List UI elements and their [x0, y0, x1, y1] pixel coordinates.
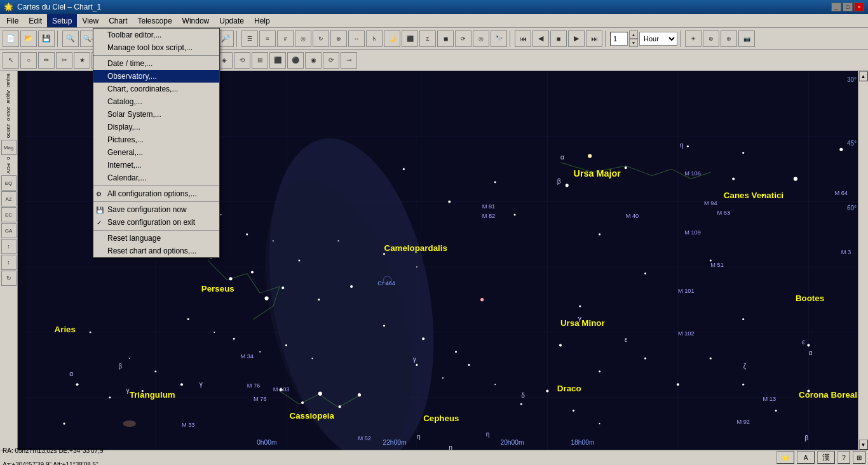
left-sidebar: Equat Appar 2019-0 23h56 Mag 6 FOV EQ AZ…: [0, 71, 18, 450]
lang-a-button[interactable]: A: [797, 451, 815, 464]
menu-telescope[interactable]: Telescope: [133, 14, 177, 27]
close-button[interactable]: ×: [854, 3, 864, 11]
draw8-button[interactable]: ⟲: [234, 52, 250, 69]
print-button[interactable]: ⬛: [402, 30, 418, 47]
scope-button[interactable]: 🔭: [491, 30, 507, 47]
dd-calendar[interactable]: Calendar,...: [93, 172, 219, 184]
dd-reset-lang[interactable]: Reset language: [93, 232, 219, 245]
lang-kanji-button[interactable]: 漢: [817, 451, 835, 464]
scroll-down-button[interactable]: ▼: [859, 440, 868, 450]
rotate-side-button[interactable]: ↻: [1, 271, 17, 286]
photo-button[interactable]: 📷: [738, 30, 755, 47]
dd-manage-toolbox[interactable]: Manage tool box script,...: [93, 41, 219, 54]
dd-toolbar-editor[interactable]: Toolbar editor,...: [93, 29, 219, 41]
step-down-button[interactable]: ▼: [629, 39, 638, 47]
menu-chart[interactable]: Chart: [104, 14, 132, 27]
dd-all-config[interactable]: ⚙ All configuration options,...: [93, 187, 219, 200]
list-button[interactable]: ≡: [259, 30, 276, 47]
az-side-button[interactable]: AZ: [1, 191, 17, 206]
dd-save-now[interactable]: 💾 Save configuration now: [93, 203, 219, 216]
menu-window[interactable]: Window: [177, 14, 215, 27]
svg-text:Cepheus: Cepheus: [423, 414, 459, 423]
svg-point-89: [442, 377, 444, 379]
menu-edit[interactable]: Edit: [24, 14, 47, 27]
menu-help[interactable]: Help: [249, 14, 275, 27]
target-button[interactable]: ◎: [295, 30, 311, 47]
open-button[interactable]: 📂: [20, 30, 37, 47]
svg-text:η: η: [680, 142, 684, 149]
freehand-button[interactable]: ✏: [38, 52, 55, 69]
draw14-button[interactable]: ⊸: [341, 52, 357, 69]
copy-button[interactable]: ◼: [437, 30, 454, 47]
step-up-button[interactable]: ▲: [629, 30, 638, 39]
eq-button[interactable]: ⟳: [455, 30, 471, 47]
dd-pictures[interactable]: Pictures,...: [93, 133, 219, 146]
mag-button[interactable]: Mag: [1, 140, 17, 155]
north-side-button[interactable]: ↑: [1, 239, 17, 254]
fov-button[interactable]: ◎: [473, 30, 489, 47]
ga-side-button[interactable]: GA: [1, 223, 17, 238]
step-input[interactable]: 1: [610, 32, 628, 46]
sun-button[interactable]: ☀: [685, 30, 702, 47]
draw13-button[interactable]: ⟳: [323, 52, 339, 69]
measure-button[interactable]: ↔: [348, 30, 365, 47]
right-scrollbar[interactable]: ▲ ▼: [858, 71, 868, 450]
menu-setup[interactable]: Setup Toolbar editor,... Manage tool box…: [47, 14, 77, 27]
dd-general[interactable]: General,...: [93, 146, 219, 159]
flip-side-button[interactable]: ↕: [1, 255, 17, 270]
statusbar: RA: 05h27m13,02s DE:+34°33'07,9" Az:+304…: [0, 450, 868, 465]
draw9-button[interactable]: ⊞: [252, 52, 268, 69]
time-unit-select[interactable]: Hour Minute Day: [639, 32, 677, 46]
dd-date-time[interactable]: Date / time,...: [93, 57, 219, 70]
pointer-button[interactable]: ↖: [3, 52, 19, 69]
svg-text:20h00m: 20h00m: [500, 439, 524, 446]
dec-60: 60°: [847, 205, 857, 212]
prev-fast-button[interactable]: ⏮: [515, 30, 531, 47]
grid-button[interactable]: #: [277, 30, 294, 47]
restore-button[interactable]: □: [843, 3, 853, 11]
dd-reset-chart[interactable]: Reset chart and options,...: [93, 245, 219, 257]
night-button[interactable]: 🌙: [384, 30, 400, 47]
north-button[interactable]: ⊕: [703, 30, 719, 47]
dd-solar-system[interactable]: Solar System,...: [93, 108, 219, 121]
menu-file[interactable]: File: [1, 14, 24, 27]
dd-save-exit[interactable]: ✓ Save configuration on exit: [93, 216, 219, 229]
zoom-in-button[interactable]: 🔍: [62, 30, 79, 47]
svg-point-105: [220, 214, 222, 215]
draw10-button[interactable]: ⬛: [269, 52, 286, 69]
catalog-button[interactable]: ☰: [241, 30, 258, 47]
svg-text:M 76: M 76: [254, 396, 267, 402]
filter-button[interactable]: ⊗: [330, 30, 347, 47]
circle-button[interactable]: ○: [20, 52, 37, 69]
draw11-button[interactable]: ⚫: [287, 52, 304, 69]
svg-point-33: [687, 145, 689, 147]
minimize-button[interactable]: _: [831, 3, 841, 11]
info-button[interactable]: Σ: [419, 30, 436, 47]
draw12-button[interactable]: ◉: [305, 52, 322, 69]
rotate-button[interactable]: ↻: [313, 30, 329, 47]
dd-internet[interactable]: Internet,...: [93, 159, 219, 172]
dd-chart-coords[interactable]: Chart, coordinates,...: [93, 83, 219, 95]
dd-display[interactable]: Display,...: [93, 121, 219, 133]
menu-view[interactable]: View: [77, 14, 104, 27]
dd-observatory[interactable]: Observatory,...: [93, 70, 219, 83]
star-catalog-button[interactable]: 🌟: [776, 451, 794, 464]
save-button[interactable]: 💾: [38, 30, 55, 47]
eraser-button[interactable]: ✂: [56, 52, 72, 69]
menu-update[interactable]: Update: [214, 14, 249, 27]
ec-side-button[interactable]: EC: [1, 207, 17, 222]
stop-button[interactable]: ■: [550, 30, 567, 47]
prev-button[interactable]: ◀: [532, 30, 549, 47]
new-chart-button[interactable]: 📄: [3, 30, 19, 47]
help-button[interactable]: ?: [837, 451, 850, 464]
svg-text:M 76: M 76: [247, 382, 261, 389]
eq-side-button[interactable]: EQ: [1, 175, 17, 191]
scroll-up-button[interactable]: ▲: [859, 71, 868, 81]
planet-button[interactable]: ♄: [366, 30, 383, 47]
resize-button[interactable]: ⊞: [853, 451, 865, 464]
dd-catalog[interactable]: Catalog,...: [93, 95, 219, 108]
next-button[interactable]: ▶: [568, 30, 585, 47]
goto-button[interactable]: ⊛: [721, 30, 737, 47]
next-fast-button[interactable]: ⏭: [586, 30, 602, 47]
object-button[interactable]: ★: [74, 52, 90, 69]
